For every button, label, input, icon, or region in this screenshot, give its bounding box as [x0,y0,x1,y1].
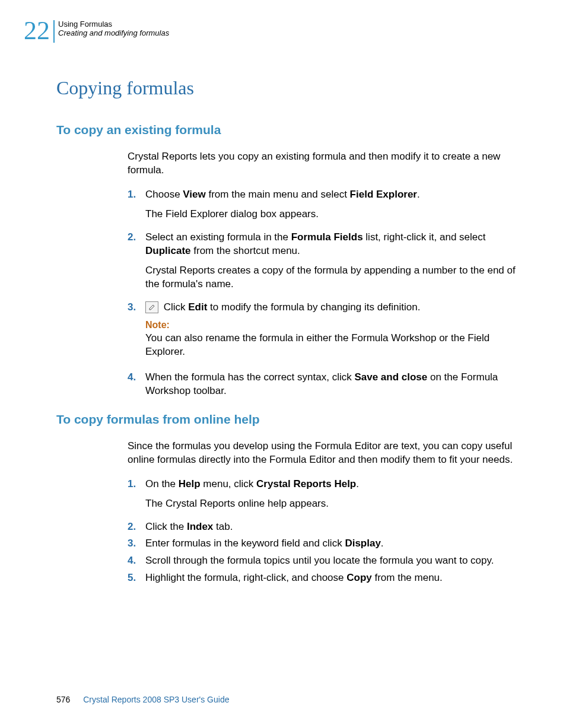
section-heading: To copy an existing formula [56,123,524,137]
list-item: 1. On the Help menu, click Crystal Repor… [128,478,524,491]
section1-body: Crystal Reports lets you copy an existin… [128,150,524,398]
header-divider [53,20,55,43]
note-text: You can also rename the formula in eithe… [145,332,524,359]
list-item: 5. Highlight the formula, right-click, a… [128,571,524,585]
page-footer: 576 Crystal Reports 2008 SP3 User's Guid… [56,695,229,704]
footer-title: Crystal Reports 2008 SP3 User's Guide [83,695,229,704]
step-body: When the formula has the correct syntax,… [145,371,524,398]
step-result: The Field Explorer dialog box appears. [145,208,524,221]
list-item: 1. Choose View from the main menu and se… [128,188,524,202]
step-body: Scroll through the formula topics until … [145,554,524,568]
list-item: 2. Select an existing formula in the For… [128,231,524,258]
step-number: 4. [128,554,145,568]
edit-icon [145,301,158,313]
section2-body: Since the formulas you develop using the… [128,440,524,586]
page-title: Copying formulas [56,77,524,99]
step-number: 2. [128,520,145,534]
header-title: Using Formulas [58,20,169,28]
step-body: Highlight the formula, right-click, and … [145,571,524,585]
list-item: 3. Enter formulas in the keyword field a… [128,537,524,551]
section1-intro: Crystal Reports lets you copy an existin… [128,150,524,177]
step-number: 4. [128,371,145,398]
step-number: 5. [128,571,145,585]
section-heading: To copy formulas from online help [56,412,524,427]
step-body: Select an existing formula in the Formul… [145,231,524,258]
page-header: 22 Using Formulas Creating and modifying… [24,18,169,45]
page-number: 576 [56,695,70,704]
step-body: Click the Index tab. [145,520,524,534]
chapter-number: 22 [24,18,50,44]
list-item: 3. Click Edit to modify the formula by c… [128,301,524,367]
step-number: 1. [128,478,145,491]
list-item: 4. When the formula has the correct synt… [128,371,524,398]
step-body: Click Edit to modify the formula by chan… [145,301,524,367]
step-number: 1. [128,188,145,202]
step-number: 3. [128,301,145,367]
section2-intro: Since the formulas you develop using the… [128,440,524,467]
step-number: 3. [128,537,145,551]
page-content: Copying formulas To copy an existing for… [56,77,524,589]
header-subtitle: Creating and modifying formulas [58,28,169,37]
step-result: The Crystal Reports online help appears. [145,497,524,511]
step-body: Enter formulas in the keyword field and … [145,537,524,551]
list-item: 2. Click the Index tab. [128,520,524,534]
step-number: 2. [128,231,145,258]
note-label: Note: [145,319,524,332]
step-body: On the Help menu, click Crystal Reports … [145,478,524,491]
step-result: Crystal Reports creates a copy of the fo… [145,264,524,291]
step-body: Choose View from the main menu and selec… [145,188,524,202]
header-text-block: Using Formulas Creating and modifying fo… [58,18,169,37]
list-item: 4. Scroll through the formula topics unt… [128,554,524,568]
